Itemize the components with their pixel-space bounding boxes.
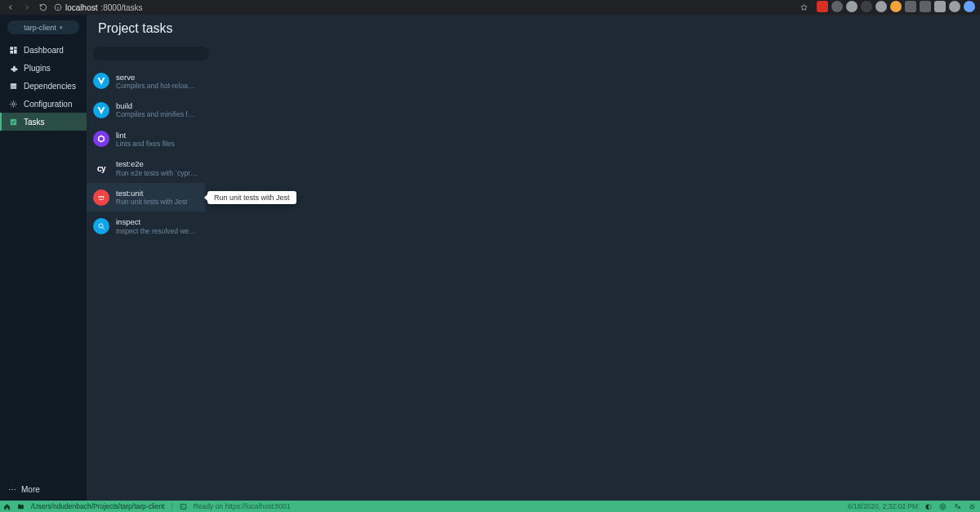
gear-icon[interactable] bbox=[939, 503, 947, 510]
extension-icon[interactable] bbox=[861, 1, 872, 12]
extension-icon[interactable] bbox=[964, 1, 975, 12]
tooltip: Run unit tests with Jest bbox=[207, 191, 296, 204]
task-item[interactable]: serveCompiles and hot-reloads f… bbox=[87, 67, 205, 96]
svg-rect-4 bbox=[10, 50, 13, 53]
task-list: serveCompiles and hot-reloads f…buildCom… bbox=[87, 67, 205, 241]
more-label: More bbox=[21, 485, 40, 494]
task-detail bbox=[206, 41, 980, 501]
back-button[interactable] bbox=[5, 2, 16, 13]
extension-icon[interactable] bbox=[934, 1, 946, 12]
svg-rect-6 bbox=[10, 118, 16, 124]
task-desc: Run unit tests with Jest bbox=[116, 198, 187, 206]
task-title: build bbox=[116, 101, 198, 110]
sidebar-item-dashboard[interactable]: Dashboard bbox=[0, 41, 87, 59]
svg-point-9 bbox=[100, 195, 102, 197]
translate-icon[interactable] bbox=[954, 503, 962, 510]
project-selector[interactable]: tarp-client ▾ bbox=[7, 20, 79, 34]
sidebar-nav: DashboardPluginsDependenciesConfiguratio… bbox=[0, 41, 87, 131]
status-bar: /Users/ndudenbach/Projects/tarp/tarp-cli… bbox=[0, 501, 980, 512]
svg-point-8 bbox=[98, 195, 100, 197]
task-title: test:unit bbox=[116, 189, 187, 198]
more-icon: ⋯ bbox=[8, 485, 16, 494]
browser-bar: localhost:8000/tasks bbox=[0, 0, 980, 15]
plugin-icon bbox=[8, 63, 18, 73]
task-item[interactable]: buildCompiles and minifies for … bbox=[87, 96, 205, 125]
svg-rect-1 bbox=[10, 47, 13, 50]
status-divider: | bbox=[171, 502, 172, 510]
terminal-icon[interactable] bbox=[180, 503, 187, 510]
task-title: inspect bbox=[116, 217, 198, 226]
site-info-icon bbox=[54, 3, 62, 11]
inspect-icon bbox=[93, 218, 109, 234]
sidebar-item-dependencies[interactable]: Dependencies bbox=[0, 77, 87, 95]
project-name: tarp-client bbox=[24, 24, 56, 32]
svg-point-10 bbox=[102, 195, 104, 197]
extension-icon[interactable] bbox=[831, 1, 843, 12]
svg-point-14 bbox=[971, 505, 974, 509]
tasks-icon bbox=[8, 117, 18, 127]
svg-rect-3 bbox=[13, 49, 16, 53]
content: Project tasks serveCompiles and hot-relo… bbox=[87, 15, 980, 501]
task-title: test:e2e bbox=[116, 159, 198, 168]
sidebar-item-label: Configuration bbox=[24, 100, 72, 109]
sidebar-item-label: Plugins bbox=[24, 64, 51, 73]
sidebar-item-plugins[interactable]: Plugins bbox=[0, 59, 87, 77]
url-path: :8000/tasks bbox=[100, 3, 142, 12]
svg-rect-12 bbox=[180, 504, 186, 509]
sidebar-item-label: Tasks bbox=[24, 118, 45, 127]
extension-icon[interactable] bbox=[905, 1, 916, 12]
bug-icon[interactable] bbox=[969, 503, 977, 510]
task-item[interactable]: test:unitRun unit tests with JestRun uni… bbox=[87, 183, 205, 212]
task-title: serve bbox=[116, 73, 198, 82]
sidebar-item-configuration[interactable]: Configuration bbox=[0, 95, 87, 113]
forward-button[interactable] bbox=[21, 2, 33, 13]
vue-icon bbox=[93, 102, 109, 118]
task-item[interactable]: inspectInspect the resolved webp… bbox=[87, 211, 205, 241]
reload-button[interactable] bbox=[38, 2, 49, 13]
task-panel: serveCompiles and hot-reloads f…buildCom… bbox=[87, 41, 206, 501]
svg-point-13 bbox=[942, 505, 943, 507]
sidebar-item-tasks[interactable]: Tasks bbox=[0, 113, 87, 131]
more-button[interactable]: ⋯ More bbox=[8, 485, 78, 494]
search-input[interactable] bbox=[93, 47, 209, 60]
config-icon bbox=[8, 99, 18, 109]
home-icon[interactable] bbox=[3, 503, 11, 510]
chevron-down-icon: ▾ bbox=[60, 24, 63, 31]
task-desc: Lints and fixes files bbox=[116, 140, 175, 148]
task-item[interactable]: lintLints and fixes files bbox=[87, 125, 205, 154]
folder-icon[interactable] bbox=[17, 503, 24, 510]
status-ready: Ready on https://localhost:8001 bbox=[194, 502, 291, 510]
task-desc: Run e2e tests with `cypress… bbox=[116, 169, 198, 177]
address-bar[interactable]: localhost:8000/tasks bbox=[54, 3, 143, 12]
svg-point-5 bbox=[12, 103, 15, 105]
extension-icon[interactable] bbox=[817, 1, 828, 12]
extension-icon[interactable] bbox=[920, 1, 931, 12]
contrast-icon[interactable]: ◐ bbox=[924, 502, 933, 510]
dashboard-icon bbox=[8, 45, 18, 55]
extension-icon[interactable] bbox=[949, 1, 960, 12]
sidebar-item-label: Dashboard bbox=[24, 46, 64, 55]
svg-rect-2 bbox=[13, 47, 16, 48]
status-path: /Users/ndudenbach/Projects/tarp/tarp-cli… bbox=[31, 502, 164, 510]
task-desc: Compiles and minifies for … bbox=[116, 110, 198, 118]
url-host: localhost bbox=[65, 3, 97, 12]
cy-icon: cy bbox=[93, 160, 109, 176]
vue-icon bbox=[93, 73, 109, 89]
task-item[interactable]: cytest:e2eRun e2e tests with `cypress… bbox=[87, 154, 205, 183]
extension-icon[interactable] bbox=[846, 1, 858, 12]
eslint-icon bbox=[93, 131, 109, 147]
sidebar: tarp-client ▾ DashboardPluginsDependenci… bbox=[0, 15, 87, 501]
extension-icon[interactable] bbox=[875, 1, 887, 12]
page-title: Project tasks bbox=[87, 15, 980, 41]
status-time: 6/18/2020, 2:32:02 PM bbox=[848, 502, 918, 510]
deps-icon bbox=[8, 81, 18, 91]
task-title: lint bbox=[116, 131, 175, 140]
svg-point-11 bbox=[99, 224, 103, 228]
task-desc: Inspect the resolved webp… bbox=[116, 227, 198, 235]
star-icon[interactable] bbox=[800, 3, 808, 12]
jest-icon bbox=[93, 189, 109, 206]
task-desc: Compiles and hot-reloads f… bbox=[116, 82, 198, 90]
sidebar-item-label: Dependencies bbox=[24, 82, 76, 91]
extension-icon[interactable] bbox=[890, 1, 902, 12]
